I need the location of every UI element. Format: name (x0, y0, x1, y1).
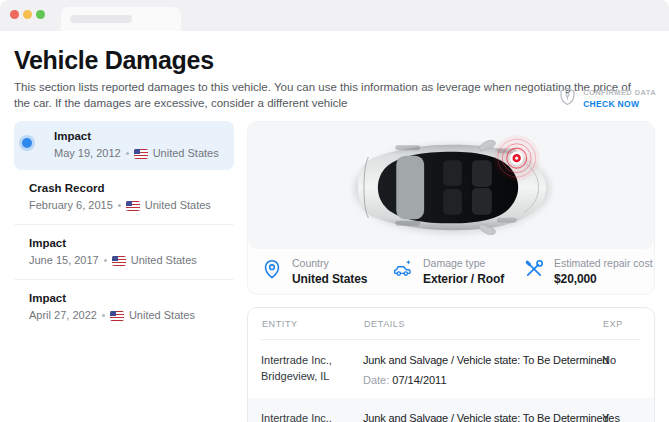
car-damage-card: CountryUnited StatesDamage typeExterior … (247, 121, 655, 295)
record-meta: June 15, 2017United States (29, 254, 222, 267)
damage-marker[interactable] (494, 135, 540, 181)
damaged-car-icon (392, 258, 414, 280)
tab-title-placeholder (70, 15, 132, 23)
check-now-link[interactable]: CHECK NOW (583, 99, 656, 109)
record-meta: April 27, 2022United States (29, 309, 222, 322)
column-header: ENTITY (262, 319, 364, 329)
damage-records-table: ENTITYDETAILSEXP Intertrade Inc.,Bridgev… (247, 307, 655, 422)
window-controls (10, 10, 45, 19)
date-value: 07/14/2011 (392, 374, 446, 386)
details-date-row: Date:07/14/2011 (363, 373, 602, 387)
separator-dot-icon (104, 259, 107, 262)
browser-chrome (0, 0, 669, 31)
browser-tab[interactable] (61, 7, 181, 31)
minimize-window-button[interactable] (23, 10, 32, 19)
shield-icon (559, 87, 576, 110)
record-country: United States (153, 147, 219, 160)
entity-line: Bridgeview, IL (261, 368, 363, 384)
table-row: Intertrade Inc.,Junk and Salvage / Vehic… (248, 398, 654, 422)
record-country: United States (145, 199, 211, 212)
car-illustration (248, 122, 654, 249)
us-flag-icon (126, 201, 140, 211)
entity-cell: Intertrade Inc.,Bridgeview, IL (261, 352, 363, 387)
damage-record-item[interactable]: ImpactJune 15, 2017United States (14, 225, 234, 280)
record-title: Crash Record (29, 182, 222, 195)
record-meta: February 6, 2015United States (29, 199, 222, 212)
column-header: DETAILS (364, 319, 603, 329)
page-title: Vehicle Damages (14, 47, 655, 73)
record-country: United States (129, 309, 195, 322)
damage-records-list: ImpactMay 19, 2012United StatesCrash Rec… (14, 121, 234, 422)
entity-cell: Intertrade Inc., (261, 410, 363, 422)
stat-value: $20,000 (554, 272, 653, 286)
damage-detail-panel: CountryUnited StatesDamage typeExterior … (247, 121, 655, 422)
damage-stats-row: CountryUnited StatesDamage typeExterior … (248, 249, 654, 294)
record-date: May 19, 2012 (54, 147, 121, 160)
stat-value: Exterior / Roof (423, 272, 504, 286)
details-cell: Junk and Salvage / Vehicle state: To Be … (363, 352, 602, 387)
us-flag-icon (110, 311, 124, 321)
details-text: Junk and Salvage / Vehicle state: To Be … (363, 352, 602, 368)
stat-label: Country (292, 257, 367, 269)
confirmed-data-badge: CONFIRMED DATA CHECK NOW (559, 87, 656, 110)
damage-record-item[interactable]: Crash RecordFebruary 6, 2015United State… (14, 170, 234, 225)
close-window-button[interactable] (10, 10, 19, 19)
separator-dot-icon (126, 152, 129, 155)
confirmed-data-label: CONFIRMED DATA (583, 88, 656, 97)
record-title: Impact (29, 237, 222, 250)
browser-window: Vehicle Damages This section lists repor… (0, 0, 669, 422)
separator-dot-icon (118, 204, 121, 207)
record-date: June 15, 2017 (29, 254, 99, 267)
stat-label: Estimated repair cost (554, 257, 653, 269)
table-header-row: ENTITYDETAILSEXP (261, 308, 641, 340)
column-header: EXP (603, 319, 640, 329)
entity-line: Intertrade Inc., (261, 410, 363, 422)
us-flag-icon (134, 149, 148, 159)
record-date: February 6, 2015 (29, 199, 113, 212)
record-title: Impact (29, 292, 222, 305)
selected-radio-icon (22, 138, 32, 148)
exp-cell: No (602, 352, 641, 387)
exp-cell: Yes (602, 410, 641, 422)
date-label: Date: (363, 374, 389, 386)
details-cell: Junk and Salvage / Vehicle state: To Be … (363, 410, 602, 422)
location-pin-icon (261, 258, 283, 280)
stat-label: Damage type (423, 257, 504, 269)
damage-stat: CountryUnited States (261, 257, 392, 286)
record-title: Impact (54, 130, 222, 143)
car-top-view (248, 122, 654, 249)
zoom-window-button[interactable] (36, 10, 45, 19)
repair-tools-icon (523, 258, 545, 280)
separator-dot-icon (102, 314, 105, 317)
stat-value: United States (292, 272, 367, 286)
record-country: United States (131, 254, 197, 267)
entity-line: Intertrade Inc., (261, 352, 363, 368)
damage-record-item[interactable]: ImpactApril 27, 2022United States (14, 280, 234, 334)
damage-stat: Estimated repair cost$20,000 (523, 257, 654, 286)
record-meta: May 19, 2012United States (54, 147, 222, 160)
details-text: Junk and Salvage / Vehicle state: To Be … (363, 410, 602, 422)
record-date: April 27, 2022 (29, 309, 97, 322)
damage-stat: Damage typeExterior / Roof (392, 257, 523, 286)
damage-record-item[interactable]: ImpactMay 19, 2012United States (14, 121, 234, 170)
us-flag-icon (112, 256, 126, 266)
table-row: Intertrade Inc.,Bridgeview, ILJunk and S… (248, 340, 654, 398)
